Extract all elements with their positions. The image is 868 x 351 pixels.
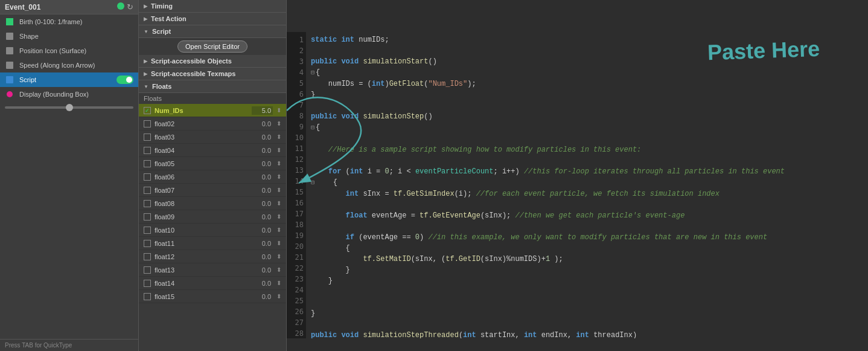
float-value-9[interactable]: 0.0 xyxy=(252,226,273,234)
code-area[interactable]: 12345 678910 1112131415 1617181920 21222… xyxy=(287,32,868,338)
float-name-7: float08 xyxy=(155,200,248,207)
float-name-8: float09 xyxy=(155,213,248,221)
objects-triangle: ▶ xyxy=(144,59,147,64)
shape-icon xyxy=(5,31,14,41)
float-checkbox-1[interactable] xyxy=(144,120,151,127)
float-name-10: float11 xyxy=(155,240,248,247)
event-header: Event_001 ↻ xyxy=(0,0,138,14)
list-item-script[interactable]: Script xyxy=(0,72,138,87)
float-row-7[interactable]: float08 0.0 ⬍ xyxy=(139,197,286,210)
float-value-5[interactable]: 0.0 xyxy=(252,173,273,181)
code-editor[interactable]: static int numIDs; public void simulatio… xyxy=(306,32,868,338)
event-title: Event_001 xyxy=(5,3,40,11)
quicktype-hint: Press TAB for QuickType xyxy=(0,339,138,351)
float-name-12: float13 xyxy=(155,266,248,274)
script-editor-panel: tyFlow Script Editor [Script] − □ ✕ File… xyxy=(287,0,868,351)
floats-section-label: Floats xyxy=(152,83,171,90)
script-texmaps-section[interactable]: ▶ Script-accessible Texmaps xyxy=(139,68,286,80)
list-item-shape[interactable]: Shape xyxy=(0,29,138,43)
float-row-2[interactable]: float03 0.0 ⬍ xyxy=(139,130,286,144)
float-checkbox-5[interactable] xyxy=(144,173,151,181)
timing-section[interactable]: ▶ Timing xyxy=(139,0,286,13)
list-item-speed[interactable]: Speed (Along Icon Arrow) xyxy=(0,58,138,72)
display-icon xyxy=(5,89,14,99)
float-checkbox-0[interactable] xyxy=(144,107,151,114)
open-script-editor-button[interactable]: Open Script Editor xyxy=(177,40,247,53)
float-name-1: float02 xyxy=(155,120,248,127)
float-value-13[interactable]: 0.0 xyxy=(252,279,273,288)
float-row-12[interactable]: float13 0.0 ⬍ xyxy=(139,263,286,277)
float-row-9[interactable]: float10 0.0 ⬍ xyxy=(139,224,286,237)
float-checkbox-2[interactable] xyxy=(144,134,151,141)
float-value-2[interactable]: 0.0 xyxy=(252,133,273,141)
float-value-1[interactable]: 0.0 xyxy=(252,120,273,128)
event-icons: ↻ xyxy=(117,2,133,11)
float-value-3[interactable]: 0.0 xyxy=(252,146,273,155)
refresh-icon[interactable]: ↻ xyxy=(127,2,133,11)
float-name-6: float07 xyxy=(155,187,248,194)
float-row-8[interactable]: float09 0.0 ⬍ xyxy=(139,210,286,224)
float-row-4[interactable]: float05 0.0 ⬍ xyxy=(139,157,286,170)
float-checkbox-8[interactable] xyxy=(144,213,151,221)
float-name-13: float14 xyxy=(155,280,248,287)
test-action-section[interactable]: ▶ Test Action xyxy=(139,13,286,25)
list-item-display[interactable]: Display (Bounding Box) xyxy=(0,87,138,101)
slider-thumb[interactable] xyxy=(66,104,73,111)
float-row-11[interactable]: float12 0.0 ⬍ xyxy=(139,250,286,263)
float-row-num-ids[interactable]: Num_IDs 5.0 ⬍ xyxy=(139,104,286,117)
float-name-11: float12 xyxy=(155,253,248,260)
float-row-3[interactable]: float04 0.0 ⬍ xyxy=(139,144,286,157)
timing-triangle: ▶ xyxy=(144,4,147,9)
texmaps-triangle: ▶ xyxy=(144,71,147,77)
list-item-birth[interactable]: Birth (0-100: 1/frame) xyxy=(0,14,138,29)
float-checkbox-6[interactable] xyxy=(144,187,151,194)
float-value-4[interactable]: 0.0 xyxy=(252,159,273,168)
script-toggle[interactable] xyxy=(116,76,133,84)
slider-track[interactable] xyxy=(5,106,133,109)
script-objects-label: Script-accessible Objects xyxy=(151,57,232,65)
float-row-1[interactable]: float02 0.0 ⬍ xyxy=(139,117,286,130)
script-section-label: Script xyxy=(152,28,171,35)
float-value-12[interactable]: 0.0 xyxy=(252,266,273,274)
floats-triangle: ▼ xyxy=(144,84,148,89)
speed-icon xyxy=(5,60,14,70)
script-texmaps-label: Script-accessible Texmaps xyxy=(151,70,235,77)
float-row-5[interactable]: float06 0.0 ⬍ xyxy=(139,170,286,184)
floats-sub-label: Floats xyxy=(139,93,286,104)
float-value-0[interactable]: 5.0 xyxy=(252,106,273,115)
float-row-13[interactable]: float14 0.0 ⬍ xyxy=(139,277,286,290)
float-checkbox-10[interactable] xyxy=(144,240,151,247)
toggle-pill[interactable] xyxy=(116,76,133,84)
birth-icon xyxy=(5,17,14,27)
float-value-14[interactable]: 0.0 xyxy=(252,292,273,301)
float-name-0: Num_IDs xyxy=(155,107,248,114)
float-value-8[interactable]: 0.0 xyxy=(252,213,273,221)
float-checkbox-9[interactable] xyxy=(144,227,151,234)
float-checkbox-7[interactable] xyxy=(144,200,151,207)
float-row-10[interactable]: float11 0.0 ⬍ xyxy=(139,237,286,250)
script-objects-section[interactable]: ▶ Script-accessible Objects xyxy=(139,55,286,68)
list-item-position[interactable]: Position Icon (Surface) xyxy=(0,43,138,58)
float-name-2: float03 xyxy=(155,134,248,141)
float-checkbox-13[interactable] xyxy=(144,280,151,287)
float-checkbox-3[interactable] xyxy=(144,147,151,154)
float-name-3: float04 xyxy=(155,147,248,154)
floats-section-header[interactable]: ▼ Floats xyxy=(139,80,286,93)
float-checkbox-11[interactable] xyxy=(144,253,151,260)
float-checkbox-14[interactable] xyxy=(144,293,151,300)
float-value-7[interactable]: 0.0 xyxy=(252,199,273,208)
slider-container xyxy=(0,101,138,114)
line-numbers: 12345 678910 1112131415 1617181920 21222… xyxy=(287,32,306,338)
float-name-4: float05 xyxy=(155,160,248,167)
float-value-10[interactable]: 0.0 xyxy=(252,239,273,248)
float-checkbox-12[interactable] xyxy=(144,266,151,274)
float-arrow-0: ⬍ xyxy=(276,107,281,114)
test-action-label: Test Action xyxy=(151,15,187,22)
script-section[interactable]: ▼ Script xyxy=(139,25,286,38)
float-value-6[interactable]: 0.0 xyxy=(252,186,273,195)
float-row-6[interactable]: float07 0.0 ⬍ xyxy=(139,184,286,197)
test-action-triangle: ▶ xyxy=(144,16,147,22)
float-row-14[interactable]: float15 0.0 ⬍ xyxy=(139,290,286,303)
float-checkbox-4[interactable] xyxy=(144,160,151,167)
float-value-11[interactable]: 0.0 xyxy=(252,253,273,261)
